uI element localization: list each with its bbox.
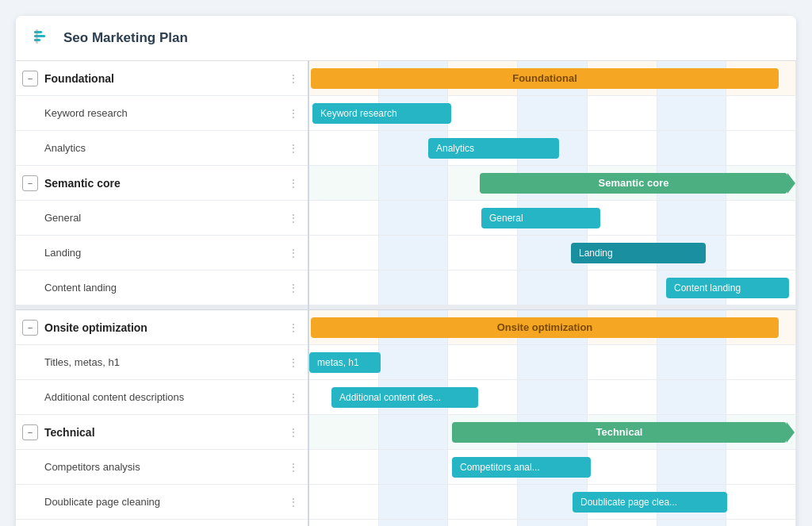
drag-handle[interactable]: ⋮ [285, 73, 301, 84]
collapse-semantic-core[interactable]: − [22, 175, 38, 191]
task-additional-content: Additional content descriptions ⋮ [16, 380, 308, 415]
analytics-bar[interactable]: Analytics [428, 138, 559, 159]
col5 [588, 345, 657, 379]
foundational-bar[interactable]: Foundational [311, 68, 779, 89]
technical-bar[interactable]: Technical [452, 422, 787, 443]
task-titles: Titles, metas, h1 ⋮ [16, 345, 308, 380]
col7 [726, 485, 796, 519]
app-container: Seo Marketing Plan − Foundational ⋮ Keyw… [16, 16, 796, 526]
col6 [657, 201, 727, 235]
drag-handle[interactable]: ⋮ [285, 497, 301, 508]
col7 [726, 520, 796, 526]
col3 [448, 520, 518, 526]
task-general-label: General [44, 212, 285, 224]
col6 [657, 345, 727, 379]
drag-handle[interactable]: ⋮ [285, 248, 301, 259]
col6 [657, 380, 727, 414]
col7 [726, 131, 796, 165]
drag-handle[interactable]: ⋮ [285, 392, 301, 403]
group-onsite-label: Onsite optimization [44, 321, 285, 334]
gantt-bg [309, 520, 796, 526]
col1 [309, 415, 379, 449]
gantt-row-additional: Additional content des... [309, 380, 796, 415]
col2 [379, 520, 449, 526]
semantic-core-bar[interactable]: Semantic core [480, 173, 787, 194]
collapse-technical[interactable]: − [22, 424, 38, 440]
task-panel: − Foundational ⋮ Keyword research ⋮ Anal… [16, 61, 309, 526]
drag-handle[interactable]: ⋮ [285, 213, 301, 224]
drag-handle[interactable]: ⋮ [285, 462, 301, 473]
drag-handle[interactable]: ⋮ [285, 357, 301, 368]
onsite-bar[interactable]: Onsite optimization [311, 317, 779, 338]
col3 [448, 345, 518, 379]
landing-bar[interactable]: Landing [571, 243, 706, 263]
drag-handle[interactable]: ⋮ [285, 178, 301, 189]
task-titles-label: Titles, metas, h1 [44, 356, 285, 368]
col2 [379, 485, 449, 519]
col1 [309, 201, 379, 235]
gantt-row-keyword: Keyword research [309, 96, 796, 131]
col5 [588, 96, 657, 130]
task-robots: Robots.txt ⋮ [16, 520, 308, 526]
col6 [657, 520, 727, 526]
additional-bar[interactable]: Additional content des... [331, 387, 478, 408]
svg-rect-3 [36, 29, 38, 44]
task-keyword-research-label: Keyword research [44, 107, 285, 119]
col1 [309, 166, 379, 200]
task-general: General ⋮ [16, 201, 308, 236]
gantt-row-technical: Technical [309, 415, 796, 450]
collapse-foundational[interactable]: − [22, 71, 38, 86]
app-header: Seo Marketing Plan [16, 16, 796, 61]
col5 [588, 271, 657, 305]
gantt-row-analytics: Analytics [309, 131, 796, 166]
col6 [657, 450, 727, 484]
task-analytics-label: Analytics [44, 142, 285, 154]
col7 [726, 380, 796, 414]
col1 [309, 450, 379, 484]
gantt-inner: Foundational Keyword research [309, 61, 796, 526]
col3 [448, 236, 518, 270]
group-foundational: − Foundational ⋮ [16, 61, 308, 96]
group-semantic-core: − Semantic core ⋮ [16, 166, 308, 201]
content-landing-bar[interactable]: Content landing [666, 278, 789, 298]
general-bar[interactable]: General [481, 208, 600, 228]
gantt-row-content-landing: Content landing [309, 271, 796, 305]
drag-handle[interactable]: ⋮ [285, 322, 301, 333]
doublicate-bar[interactable]: Doublicate page clea... [573, 492, 727, 513]
gantt-row-titles: metas, h1 [309, 345, 796, 380]
col3 [448, 96, 518, 130]
col3 [448, 271, 518, 305]
gantt-row-general: General [309, 201, 796, 236]
drag-handle[interactable]: ⋮ [285, 427, 301, 438]
drag-handle[interactable]: ⋮ [285, 282, 301, 294]
indent: − [16, 175, 44, 191]
keyword-research-bar[interactable]: Keyword research [312, 103, 451, 124]
collapse-onsite[interactable]: − [22, 320, 38, 336]
task-content-landing-label: Content landing [44, 282, 285, 294]
col5 [588, 380, 657, 414]
task-additional-content-label: Additional content descriptions [44, 391, 285, 403]
indent: − [16, 320, 44, 336]
col4 [518, 96, 588, 130]
gantt-row-robots: Robots.txt [309, 520, 796, 526]
group-foundational-label: Foundational [44, 72, 285, 85]
task-landing-label: Landing [44, 247, 285, 259]
task-competitors: Competitors analysis ⋮ [16, 450, 308, 485]
col2 [379, 450, 449, 484]
competitors-bar[interactable]: Competitors anal... [452, 457, 591, 478]
app-title: Seo Marketing Plan [63, 30, 188, 46]
gantt-row-onsite: Onsite optimization [309, 310, 796, 345]
col7 [726, 450, 796, 484]
group-semantic-core-label: Semantic core [44, 177, 285, 190]
col6 [657, 131, 727, 165]
col2 [379, 345, 449, 379]
drag-handle[interactable]: ⋮ [285, 108, 301, 119]
col2 [379, 236, 449, 270]
task-analytics: Analytics ⋮ [16, 131, 308, 166]
titles-bar[interactable]: metas, h1 [309, 352, 381, 373]
app-icon [32, 27, 54, 49]
drag-handle[interactable]: ⋮ [285, 143, 301, 154]
task-content-landing: Content landing ⋮ [16, 271, 308, 305]
gantt-layout: − Foundational ⋮ Keyword research ⋮ Anal… [16, 61, 796, 526]
col4 [518, 520, 588, 526]
